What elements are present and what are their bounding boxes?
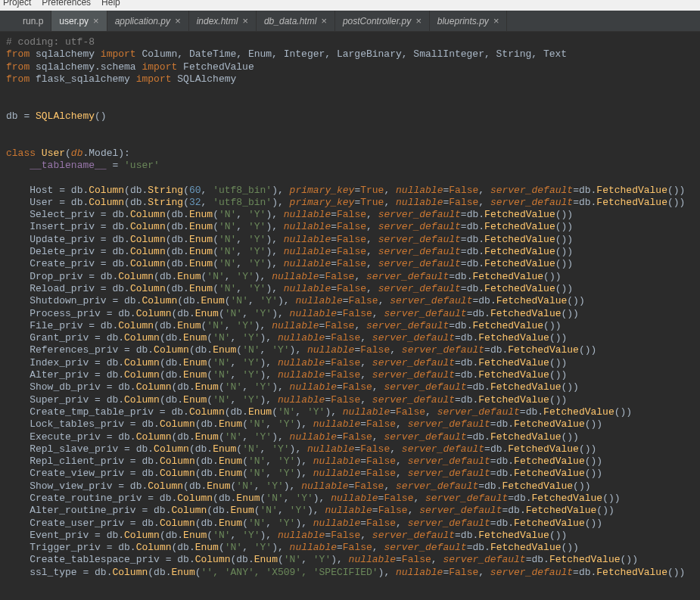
tab-user-py[interactable]: user.py× bbox=[51, 11, 107, 31]
call: Column bbox=[124, 394, 160, 406]
call: FetchedValue bbox=[596, 567, 667, 578]
call: Column bbox=[124, 530, 160, 541]
call: FetchedValue bbox=[490, 381, 562, 393]
call: Column bbox=[195, 554, 231, 565]
call: FetchedValue bbox=[596, 185, 667, 196]
tab-application-py[interactable]: application.py× bbox=[107, 11, 189, 31]
string: 'Y' bbox=[254, 381, 272, 393]
const: False bbox=[366, 518, 396, 529]
tab-index-html[interactable]: index.html× bbox=[189, 11, 257, 31]
var: db bbox=[6, 110, 18, 122]
code-editor[interactable]: # coding: utf-8 from sqlalchemy import C… bbox=[0, 32, 700, 600]
db-ref: db bbox=[484, 480, 496, 492]
kwarg: server_default bbox=[437, 406, 520, 418]
db-ref: db bbox=[490, 443, 502, 455]
close-icon[interactable]: × bbox=[493, 15, 499, 26]
kwarg: server_default bbox=[408, 518, 490, 529]
close-icon[interactable]: × bbox=[175, 15, 181, 26]
string: 'N' bbox=[225, 542, 242, 553]
const: False bbox=[331, 394, 360, 406]
tab-run[interactable]: run.p bbox=[15, 11, 51, 31]
string: 'Y' bbox=[248, 221, 266, 232]
db-ref: db bbox=[496, 468, 509, 479]
kwarg: nullable bbox=[396, 185, 443, 196]
tab-postcontroller-py[interactable]: postController.py× bbox=[335, 11, 430, 31]
string: 'Y' bbox=[242, 394, 260, 406]
call: Enum bbox=[183, 530, 207, 541]
call: Enum bbox=[195, 381, 219, 393]
string: 'Y' bbox=[242, 332, 260, 344]
string: 'Y' bbox=[278, 518, 295, 529]
db-ref: db bbox=[107, 394, 119, 406]
tab-label: user.py bbox=[59, 16, 89, 26]
kwarg: nullable bbox=[284, 283, 331, 294]
const: False bbox=[402, 554, 431, 565]
kwarg: nullable bbox=[278, 394, 325, 406]
kwarg: nullable bbox=[313, 518, 360, 529]
call: FetchedValue bbox=[484, 258, 555, 269]
close-icon[interactable]: × bbox=[93, 15, 99, 26]
string: 'N' bbox=[213, 530, 230, 541]
attr: Index_priv bbox=[30, 357, 89, 368]
const: False bbox=[337, 209, 366, 220]
close-icon[interactable]: × bbox=[321, 15, 327, 26]
string: 'Y' bbox=[272, 443, 289, 455]
tab-blueprints-py[interactable]: blueprints.py× bbox=[430, 11, 508, 31]
string: 'N' bbox=[219, 209, 236, 220]
close-icon[interactable]: × bbox=[415, 15, 422, 26]
db-ref: db bbox=[130, 185, 142, 196]
call: FetchedValue bbox=[478, 357, 549, 368]
string: 'N' bbox=[231, 295, 248, 306]
db-ref: db bbox=[472, 381, 484, 393]
call: FetchedValue bbox=[472, 271, 543, 282]
call: Column bbox=[124, 357, 160, 368]
attr: User bbox=[30, 197, 53, 208]
string: 'Y' bbox=[307, 406, 325, 418]
db-ref: db bbox=[467, 258, 479, 269]
db-ref: db bbox=[112, 258, 124, 269]
call: FetchedValue bbox=[472, 320, 543, 331]
tab-label: application.py bbox=[115, 16, 170, 26]
const: False bbox=[331, 357, 360, 368]
kwarg: nullable bbox=[284, 246, 331, 257]
db-ref: db bbox=[95, 567, 107, 578]
menu-help[interactable]: Help bbox=[101, 0, 120, 8]
call: Column bbox=[160, 468, 195, 479]
string: 'N' bbox=[242, 344, 260, 356]
menu-preferences[interactable]: Preferences bbox=[42, 0, 91, 8]
kwarg: server_default bbox=[384, 381, 466, 393]
call: Column bbox=[130, 246, 166, 257]
string: 'Y' bbox=[254, 308, 272, 319]
call: FetchedValue bbox=[484, 234, 555, 245]
string: 'N' bbox=[225, 308, 242, 319]
string: 'N' bbox=[219, 234, 236, 245]
keyword-from: from bbox=[6, 73, 30, 85]
attr: Show_view_priv bbox=[30, 480, 112, 492]
attr: ssl_type bbox=[30, 567, 76, 578]
call: FetchedValue bbox=[490, 431, 562, 443]
db-ref: db bbox=[177, 431, 189, 443]
close-icon[interactable]: × bbox=[242, 15, 248, 26]
const: True bbox=[360, 197, 384, 208]
string: 'Y' bbox=[272, 344, 289, 356]
db-ref: db bbox=[231, 406, 243, 418]
attr: Create_tablespace_priv bbox=[30, 554, 160, 565]
attr: Grant_priv bbox=[30, 332, 89, 344]
string: 'Y' bbox=[248, 209, 266, 220]
kwarg: nullable bbox=[290, 542, 337, 553]
import-list: SQLAlchemy bbox=[177, 73, 236, 85]
call: Enum bbox=[213, 443, 236, 455]
db-ref: db bbox=[461, 332, 473, 344]
call: Column bbox=[160, 455, 195, 467]
kwarg: nullable bbox=[307, 344, 354, 356]
string: 'N' bbox=[219, 283, 236, 294]
const: False bbox=[337, 234, 366, 245]
const: False bbox=[337, 246, 366, 257]
attr: Repl_client_priv bbox=[30, 455, 124, 467]
menu-project[interactable]: Project bbox=[3, 0, 31, 8]
db-ref: db bbox=[579, 185, 591, 196]
tab-label: run.p bbox=[23, 16, 43, 26]
const: False bbox=[378, 505, 408, 516]
kwarg: server_default bbox=[490, 567, 573, 578]
tab-db-data-html[interactable]: db_data.html× bbox=[257, 11, 335, 31]
